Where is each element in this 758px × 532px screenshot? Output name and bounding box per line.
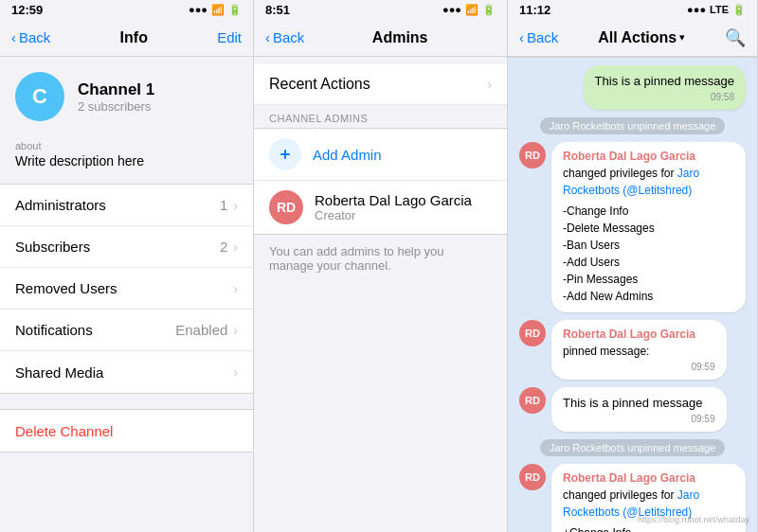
action-msg-1: RD Roberta Dal Lago Garcia changed privi…	[519, 142, 746, 312]
admin-name-0: Roberta Dal Lago Garcia	[315, 192, 472, 208]
about-section: about Write description here	[0, 133, 253, 176]
back-chevron-1: ‹	[11, 29, 16, 45]
action-text-1: changed privileges for Jaro Rocketbots (…	[563, 165, 734, 199]
menu-item-shared-media[interactable]: Shared Media ›	[0, 351, 253, 393]
time-2: 8:51	[265, 3, 290, 17]
nav-bar-1: ‹ Back Info Edit	[0, 19, 253, 57]
recent-actions-row[interactable]: Recent Actions ›	[254, 64, 507, 105]
back-chevron-3: ‹	[519, 29, 524, 45]
notifications-right: Enabled ›	[175, 322, 238, 338]
system-bubble-2: Jaro Rocketbots unpinned message	[540, 439, 726, 456]
watermark: https://blog.rubot.net/whatday	[638, 515, 749, 524]
subscribers-label: Subscribers	[15, 239, 90, 255]
recent-actions-chevron: ›	[487, 77, 492, 92]
battery-icon-1: 🔋	[228, 4, 242, 16]
admins-section: Recent Actions › CHANNEL ADMINS Add Admi…	[254, 57, 507, 532]
menu-item-subscribers[interactable]: Subscribers 2 ›	[0, 226, 253, 268]
action-items-2: +Change Info +Delete Messages +Ban Users…	[563, 524, 734, 532]
signal-icon-2: ●●●	[442, 4, 461, 15]
wifi-icon-1: 📶	[211, 4, 225, 16]
action-items-1: -Change Info -Delete Messages -Ban Users…	[563, 203, 734, 305]
administrators-right: 1 ›	[220, 197, 238, 213]
chevron-icon: ›	[233, 198, 238, 213]
chevron-icon-4: ›	[233, 323, 238, 338]
message-text-pinned-1: This is a pinned message	[595, 73, 734, 90]
removed-users-label: Removed Users	[15, 280, 117, 296]
chat-nav: 11:12 ●●● LTE 🔋 ‹ Back All Actions ▾ 🔍	[508, 0, 757, 58]
administrators-label: Administrators	[15, 197, 106, 213]
info-panel: 12:59 ●●● 📶 🔋 ‹ Back Info Edit C Channel…	[0, 0, 254, 532]
action-content-1: Roberta Dal Lago Garcia changed privileg…	[551, 142, 746, 312]
battery-icon-2: 🔋	[482, 4, 496, 16]
pinned-action-msg: RD Roberta Dal Lago Garcia pinned messag…	[519, 320, 746, 380]
delete-section: Delete Channel	[0, 409, 253, 452]
back-button-2[interactable]: ‹ Back	[265, 29, 304, 45]
status-bar-3: 11:12 ●●● LTE 🔋	[508, 0, 757, 19]
about-text: Write description here	[15, 153, 238, 168]
chat-panel: 11:12 ●●● LTE 🔋 ‹ Back All Actions ▾ 🔍 T…	[508, 0, 758, 532]
dropdown-arrow: ▾	[679, 31, 685, 44]
add-admin-label: Add Admin	[313, 147, 382, 163]
delete-channel-button[interactable]: Delete Channel	[0, 410, 253, 452]
status-icons-1: ●●● 📶 🔋	[189, 4, 242, 16]
back-button-3[interactable]: ‹ Back	[519, 29, 558, 45]
system-msg-1: Jaro Rocketbots unpinned message	[519, 117, 746, 134]
system-msg-2: Jaro Rocketbots unpinned message	[519, 439, 746, 456]
shared-media-right: ›	[233, 364, 238, 380]
lte-indicator: LTE	[710, 4, 729, 15]
pinned-bubble-content: This is a pinned message 09:59	[551, 387, 746, 432]
action-sender-2: Roberta Dal Lago Garcia	[563, 471, 734, 485]
search-button[interactable]: 🔍	[725, 27, 746, 48]
channel-avatar: C	[15, 72, 64, 121]
subscribers-count: 2	[220, 239, 227, 255]
channel-admins-header: CHANNEL ADMINS	[254, 105, 507, 128]
admins-panel: 8:51 ●●● 📶 🔋 ‹ Back Admins Recent Action…	[254, 0, 508, 532]
chevron-icon-3: ›	[233, 281, 238, 296]
pinned-action-time: 09:59	[563, 362, 715, 372]
status-icons-2: ●●● 📶 🔋	[442, 4, 496, 16]
pinned-action-text: pinned message:	[563, 343, 715, 360]
profile-info: Channel 1 2 subscribers	[78, 80, 154, 114]
chevron-icon-5: ›	[233, 364, 238, 380]
admin-list: Add Admin RD Roberta Dal Lago Garcia Cre…	[254, 128, 507, 235]
signal-icon-3: ●●●	[687, 4, 706, 15]
nav-title-1: Info	[120, 29, 148, 46]
recent-actions-label: Recent Actions	[269, 76, 370, 93]
action-avatar-1: RD	[519, 142, 546, 168]
menu-item-removed-users[interactable]: Removed Users ›	[0, 268, 253, 310]
link-jaro-1: Jaro Rocketbots (@Letitshred)	[563, 167, 699, 197]
wifi-icon-2: 📶	[465, 4, 478, 16]
notifications-label: Notifications	[15, 322, 93, 338]
message-pinned-1: This is a pinned message 09:58	[519, 65, 746, 110]
back-button-1[interactable]: ‹ Back	[11, 29, 50, 45]
removed-users-right: ›	[233, 281, 238, 296]
menu-item-administrators[interactable]: Administrators 1 ›	[0, 185, 253, 226]
admin-role-0: Creator	[315, 208, 472, 222]
about-label: about	[15, 140, 238, 151]
signal-icon-1: ●●●	[189, 4, 208, 15]
edit-button[interactable]: Edit	[217, 29, 242, 45]
add-admin-icon	[269, 138, 301, 170]
message-time-pinned-1: 09:58	[595, 92, 734, 102]
subscriber-count: 2 subscribers	[78, 99, 154, 114]
action-bubble-1: Roberta Dal Lago Garcia changed privileg…	[551, 142, 746, 312]
action-avatar-2: RD	[519, 464, 546, 490]
add-admin-row[interactable]: Add Admin	[254, 129, 507, 181]
system-bubble-1: Jaro Rocketbots unpinned message	[540, 117, 726, 134]
time-1: 12:59	[11, 3, 43, 17]
all-actions-title[interactable]: All Actions ▾	[598, 29, 685, 46]
status-bar-1: 12:59 ●●● 📶 🔋	[0, 0, 253, 19]
chevron-icon-2: ›	[233, 239, 238, 255]
pinned-action-content: Roberta Dal Lago Garcia pinned message: …	[551, 320, 746, 380]
shared-media-label: Shared Media	[15, 364, 103, 381]
pinned-bubble-avatar: RD	[519, 387, 546, 414]
status-icons-3: ●●● LTE 🔋	[687, 4, 746, 16]
message-bubble-pinned-1: This is a pinned message 09:58	[584, 65, 746, 110]
admin-row-0[interactable]: RD Roberta Dal Lago Garcia Creator	[254, 181, 507, 234]
admin-avatar-0: RD	[269, 190, 303, 224]
time-3: 11:12	[519, 3, 550, 17]
pinned-action-sender: Roberta Dal Lago Garcia	[563, 328, 715, 341]
action-sender-1: Roberta Dal Lago Garcia	[563, 150, 734, 163]
menu-item-notifications[interactable]: Notifications Enabled ›	[0, 310, 253, 351]
nav-bar-2: ‹ Back Admins	[254, 19, 507, 57]
